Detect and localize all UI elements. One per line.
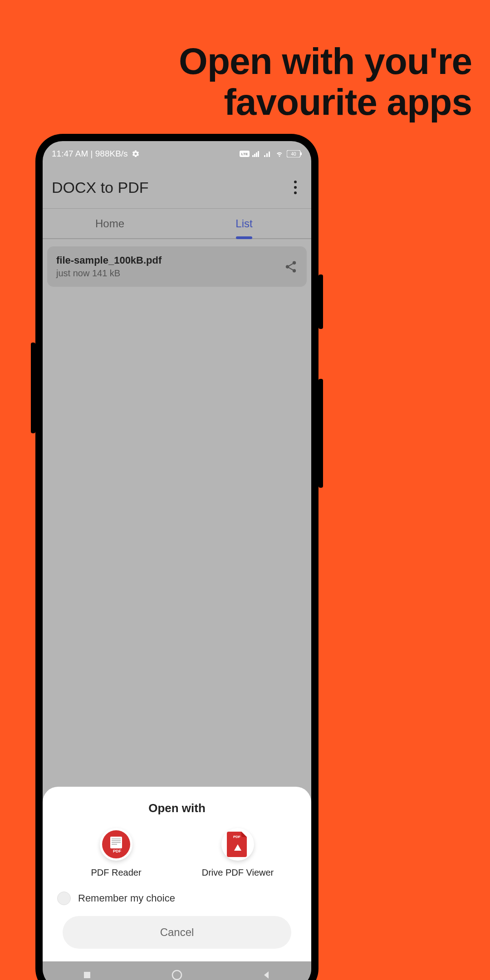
app-option-drive-pdf[interactable]: PDF Drive PDF Viewer — [192, 828, 283, 878]
side-button-1 — [318, 274, 323, 329]
svg-text:PDF: PDF — [233, 835, 240, 839]
file-meta: just now 141 kB — [56, 268, 162, 279]
signal-icon — [264, 151, 272, 157]
app-bar: DOCX to PDF — [43, 167, 311, 208]
svg-rect-2 — [252, 155, 254, 157]
drive-pdf-label: Drive PDF Viewer — [202, 867, 274, 878]
remember-choice-row[interactable]: Remember my choice — [57, 892, 297, 905]
svg-rect-3 — [254, 154, 255, 157]
tab-home[interactable]: Home — [43, 209, 177, 238]
phone-screen: 11:47 AM | 988KB/s LTE 40 DOCX to PDF Ho… — [43, 141, 311, 980]
back-button[interactable] — [261, 970, 272, 980]
svg-text:PDF: PDF — [113, 849, 122, 853]
svg-rect-8 — [269, 152, 270, 157]
svg-point-22 — [172, 970, 181, 980]
recents-button[interactable] — [82, 970, 93, 980]
status-bar: 11:47 AM | 988KB/s LTE 40 — [43, 141, 311, 167]
phone-frame: 11:47 AM | 988KB/s LTE 40 DOCX to PDF Ho… — [35, 134, 318, 980]
status-time-text: 11:47 AM | 988KB/s — [52, 149, 128, 159]
svg-rect-6 — [264, 155, 265, 157]
remember-choice-label: Remember my choice — [78, 892, 175, 904]
file-info: file-sample_100kB.pdf just now 141 kB — [56, 255, 162, 279]
overflow-menu-button[interactable] — [289, 178, 302, 196]
open-with-sheet: Open with PDF PDF Reader PDF Drive PDF V… — [43, 787, 311, 961]
file-list: file-sample_100kB.pdf just now 141 kB — [43, 239, 311, 294]
wifi-icon — [275, 150, 284, 157]
status-bar-right: LTE 40 — [240, 150, 302, 157]
side-button-2 — [318, 379, 323, 488]
share-icon[interactable] — [284, 260, 298, 274]
tab-bar: Home List — [43, 208, 311, 239]
svg-rect-13 — [112, 838, 121, 839]
tab-home-label: Home — [95, 217, 124, 230]
app-title: DOCX to PDF — [52, 179, 148, 196]
svg-rect-10 — [300, 152, 302, 155]
svg-rect-5 — [258, 151, 259, 157]
status-bar-left: 11:47 AM | 988KB/s — [52, 149, 140, 159]
app-options: PDF PDF Reader PDF Drive PDF Viewer — [55, 828, 299, 878]
app-option-pdf-reader[interactable]: PDF PDF Reader — [71, 828, 162, 878]
battery-icon: 40 — [287, 150, 302, 157]
pdf-reader-label: PDF Reader — [91, 867, 141, 878]
tab-list[interactable]: List — [177, 209, 311, 238]
system-nav-bar — [43, 961, 311, 980]
svg-rect-7 — [266, 153, 268, 157]
svg-rect-16 — [112, 844, 117, 845]
promo-headline: Open with you're favourite apps — [82, 41, 472, 122]
svg-rect-4 — [256, 152, 257, 157]
remember-choice-radio[interactable] — [57, 892, 71, 905]
tab-list-label: List — [235, 217, 252, 230]
gear-icon — [132, 150, 140, 158]
cancel-button[interactable]: Cancel — [63, 916, 291, 949]
svg-text:LTE: LTE — [241, 152, 248, 156]
cancel-button-label: Cancel — [160, 926, 194, 939]
svg-rect-21 — [84, 972, 90, 978]
volume-button — [31, 343, 35, 433]
sheet-title: Open with — [55, 801, 299, 815]
svg-rect-14 — [112, 840, 121, 841]
drive-pdf-icon: PDF — [221, 828, 254, 861]
pdf-reader-icon: PDF — [100, 828, 132, 861]
home-button[interactable] — [171, 969, 183, 980]
network-icon — [252, 151, 261, 157]
volte-icon: LTE — [240, 151, 250, 157]
svg-rect-15 — [112, 842, 121, 843]
battery-level-text: 40 — [291, 152, 296, 157]
file-name: file-sample_100kB.pdf — [56, 255, 162, 266]
file-item[interactable]: file-sample_100kB.pdf just now 141 kB — [47, 246, 307, 287]
